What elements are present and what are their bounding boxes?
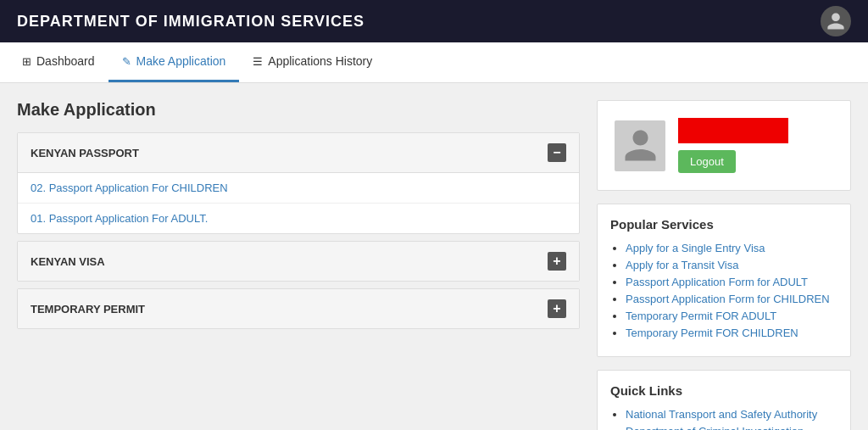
user-avatar[interactable] (821, 6, 851, 36)
kenyan-visa-heading: KENYAN VISA (31, 255, 105, 268)
list-item: Temporary Permit FOR CHILDREN (626, 327, 837, 339)
temp-permit-children-link[interactable]: Temporary Permit FOR CHILDREN (626, 327, 798, 339)
accordion-kenyan-passport-header[interactable]: KENYAN PASSPORT − (18, 133, 579, 173)
profile-user-icon (621, 126, 659, 165)
transit-visa-link[interactable]: Apply for a Transit Visa (626, 259, 738, 271)
profile-card: Logout (597, 100, 851, 191)
accordion-kenyan-passport: KENYAN PASSPORT − 02. Passport Applicati… (17, 132, 580, 234)
page-title: Make Application (17, 100, 580, 120)
temporary-permit-heading: TEMPORARY PERMIT (31, 303, 145, 316)
accordion-temporary-permit-header[interactable]: TEMPORARY PERMIT + (18, 289, 579, 328)
popular-services-card: Popular Services Apply for a Single Entr… (597, 204, 851, 357)
profile-name-bar (678, 118, 788, 143)
list-item: Department of Criminal Investigation (626, 425, 837, 430)
quick-links-card: Quick Links National Transport and Safet… (597, 370, 851, 430)
app-title: DEPARTMENT OF IMMIGRATION SERVICES (17, 13, 364, 31)
nav-make-application[interactable]: ✎ Make Application (108, 42, 240, 82)
list-item: Passport Application Form for ADULT (626, 276, 837, 288)
main-navbar: ⊞ Dashboard ✎ Make Application ☰ Applica… (0, 42, 868, 83)
accordion-kenyan-visa: KENYAN VISA + (17, 241, 580, 282)
passport-children-item[interactable]: 02. Passport Application For CHILDREN (18, 173, 579, 204)
profile-info: Logout (678, 118, 788, 173)
quick-links-title: Quick Links (610, 383, 837, 398)
nav-applications-history-label: Applications History (268, 54, 372, 68)
single-entry-visa-link[interactable]: Apply for a Single Entry Visa (626, 242, 765, 254)
quick-links-list: National Transport and Safety Authority … (610, 408, 837, 430)
accordion-kenyan-visa-header[interactable]: KENYAN VISA + (18, 242, 579, 281)
list-icon: ☰ (253, 55, 263, 68)
pencil-icon: ✎ (122, 55, 131, 68)
logout-button[interactable]: Logout (678, 150, 736, 173)
dci-link[interactable]: Department of Criminal Investigation (626, 425, 804, 430)
passport-adult-item[interactable]: 01. Passport Application For ADULT. (18, 204, 579, 233)
accordion-temporary-permit: TEMPORARY PERMIT + (17, 288, 580, 329)
kenyan-passport-body: 02. Passport Application For CHILDREN 01… (18, 173, 579, 233)
profile-avatar (615, 120, 665, 171)
passport-children-form-link[interactable]: Passport Application Form for CHILDREN (626, 293, 830, 305)
dashboard-icon: ⊞ (22, 55, 31, 68)
right-panel: Logout Popular Services Apply for a Sing… (597, 100, 851, 430)
list-item: Temporary Permit FOR ADULT (626, 310, 837, 322)
temporary-permit-toggle[interactable]: + (548, 299, 566, 318)
left-panel: Make Application KENYAN PASSPORT − 02. P… (17, 100, 580, 430)
list-item: Passport Application Form for CHILDREN (626, 293, 837, 305)
user-icon (826, 11, 846, 31)
ntsa-link[interactable]: National Transport and Safety Authority (626, 408, 817, 421)
kenyan-visa-toggle[interactable]: + (548, 252, 566, 271)
nav-make-application-label: Make Application (136, 54, 226, 68)
temp-permit-adult-link[interactable]: Temporary Permit FOR ADULT (626, 310, 776, 322)
list-item: Apply for a Single Entry Visa (626, 242, 837, 254)
nav-applications-history[interactable]: ☰ Applications History (239, 42, 386, 82)
kenyan-passport-heading: KENYAN PASSPORT (31, 147, 139, 159)
popular-services-title: Popular Services (610, 217, 837, 232)
passport-adult-form-link[interactable]: Passport Application Form for ADULT (626, 276, 808, 288)
kenyan-passport-toggle[interactable]: − (548, 143, 566, 162)
popular-services-list: Apply for a Single Entry Visa Apply for … (610, 242, 837, 339)
main-container: Make Application KENYAN PASSPORT − 02. P… (0, 83, 868, 430)
list-item: Apply for a Transit Visa (626, 259, 837, 271)
list-item: National Transport and Safety Authority (626, 408, 837, 421)
nav-dashboard[interactable]: ⊞ Dashboard (8, 42, 108, 82)
nav-dashboard-label: Dashboard (36, 54, 95, 68)
app-header: DEPARTMENT OF IMMIGRATION SERVICES (0, 0, 868, 42)
